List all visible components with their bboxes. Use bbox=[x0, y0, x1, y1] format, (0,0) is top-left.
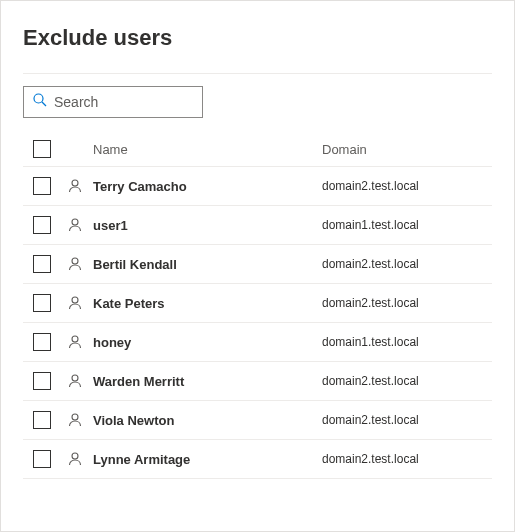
row-checkbox[interactable] bbox=[33, 411, 51, 429]
svg-point-9 bbox=[72, 453, 78, 459]
row-checkbox[interactable] bbox=[33, 177, 51, 195]
row-domain: domain2.test.local bbox=[322, 452, 492, 466]
user-icon bbox=[67, 334, 83, 350]
table-row[interactable]: Bertil Kendalldomain2.test.local bbox=[23, 245, 492, 284]
select-all-checkbox[interactable] bbox=[33, 140, 51, 158]
search-input[interactable] bbox=[54, 94, 194, 110]
row-name: Warden Merritt bbox=[89, 374, 322, 389]
table-row[interactable]: user1domain1.test.local bbox=[23, 206, 492, 245]
user-icon bbox=[67, 373, 83, 389]
row-checkbox[interactable] bbox=[33, 333, 51, 351]
row-domain: domain1.test.local bbox=[322, 335, 492, 349]
row-checkbox[interactable] bbox=[33, 450, 51, 468]
table-row[interactable]: Terry Camachodomain2.test.local bbox=[23, 167, 492, 206]
row-checkbox[interactable] bbox=[33, 216, 51, 234]
page-title: Exclude users bbox=[23, 25, 492, 51]
row-name: honey bbox=[89, 335, 322, 350]
row-domain: domain1.test.local bbox=[322, 218, 492, 232]
search-icon bbox=[32, 92, 54, 112]
user-icon bbox=[67, 178, 83, 194]
column-header-name[interactable]: Name bbox=[89, 142, 322, 157]
svg-point-2 bbox=[72, 180, 78, 186]
row-name: Terry Camacho bbox=[89, 179, 322, 194]
row-name: Lynne Armitage bbox=[89, 452, 322, 467]
row-name: Bertil Kendall bbox=[89, 257, 322, 272]
user-icon bbox=[67, 256, 83, 272]
svg-point-4 bbox=[72, 258, 78, 264]
row-name: Viola Newton bbox=[89, 413, 322, 428]
row-domain: domain2.test.local bbox=[322, 374, 492, 388]
search-box[interactable] bbox=[23, 86, 203, 118]
svg-point-8 bbox=[72, 414, 78, 420]
user-icon bbox=[67, 295, 83, 311]
row-checkbox[interactable] bbox=[33, 372, 51, 390]
row-domain: domain2.test.local bbox=[322, 179, 492, 193]
row-name: user1 bbox=[89, 218, 322, 233]
row-name: Kate Peters bbox=[89, 296, 322, 311]
row-checkbox[interactable] bbox=[33, 255, 51, 273]
row-domain: domain2.test.local bbox=[322, 413, 492, 427]
table-row[interactable]: honeydomain1.test.local bbox=[23, 323, 492, 362]
svg-point-6 bbox=[72, 336, 78, 342]
user-icon bbox=[67, 217, 83, 233]
table-row[interactable]: Kate Petersdomain2.test.local bbox=[23, 284, 492, 323]
table-row[interactable]: Warden Merrittdomain2.test.local bbox=[23, 362, 492, 401]
user-icon bbox=[67, 412, 83, 428]
table-body: Terry Camachodomain2.test.local user1dom… bbox=[23, 167, 492, 479]
divider bbox=[23, 73, 492, 74]
row-checkbox[interactable] bbox=[33, 294, 51, 312]
svg-point-5 bbox=[72, 297, 78, 303]
table-row[interactable]: Lynne Armitagedomain2.test.local bbox=[23, 440, 492, 479]
row-domain: domain2.test.local bbox=[322, 257, 492, 271]
svg-point-7 bbox=[72, 375, 78, 381]
column-header-domain[interactable]: Domain bbox=[322, 142, 492, 157]
table-row[interactable]: Viola Newtondomain2.test.local bbox=[23, 401, 492, 440]
user-icon bbox=[67, 451, 83, 467]
row-domain: domain2.test.local bbox=[322, 296, 492, 310]
svg-line-1 bbox=[42, 102, 46, 106]
table-header: Name Domain bbox=[23, 132, 492, 167]
svg-point-3 bbox=[72, 219, 78, 225]
svg-point-0 bbox=[34, 94, 43, 103]
